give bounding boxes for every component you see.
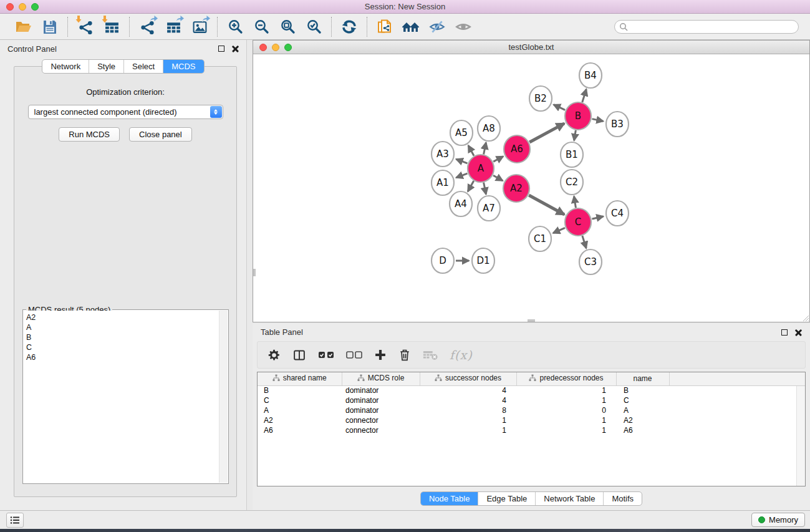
graph-node-C4[interactable]: C4 bbox=[606, 201, 629, 226]
tab-mcds[interactable]: MCDS bbox=[163, 60, 203, 73]
graph-edge-C-C4[interactable] bbox=[592, 216, 603, 219]
graph-edge-A6-B[interactable] bbox=[529, 123, 564, 142]
function-builder-button[interactable]: f(x) bbox=[450, 348, 473, 362]
hide-selected-button[interactable] bbox=[426, 16, 448, 37]
graph-edge-A2-C[interactable] bbox=[529, 195, 564, 215]
column-browser-button[interactable] bbox=[292, 349, 306, 362]
canvas-vscroll-thumb[interactable] bbox=[253, 269, 256, 276]
tab-network-table[interactable]: Network Table bbox=[536, 492, 604, 505]
graph-node-C3[interactable]: C3 bbox=[579, 249, 602, 274]
graph-edge-A-A3[interactable] bbox=[456, 159, 468, 163]
graph-edge-C-C3[interactable] bbox=[582, 236, 586, 248]
save-session-button[interactable] bbox=[39, 16, 61, 37]
search-field[interactable] bbox=[614, 20, 799, 34]
list-item[interactable]: A bbox=[26, 322, 219, 332]
graph-node-B1[interactable]: B1 bbox=[561, 142, 583, 167]
graph-node-C2[interactable]: C2 bbox=[561, 170, 583, 195]
list-item[interactable]: A2 bbox=[26, 312, 219, 322]
graph-edge-B-B1[interactable] bbox=[574, 130, 576, 141]
tab-style[interactable]: Style bbox=[89, 60, 124, 73]
result-scrollbar[interactable] bbox=[219, 311, 228, 483]
import-table-button[interactable] bbox=[100, 16, 123, 37]
refresh-layout-button[interactable] bbox=[338, 16, 360, 37]
canvas-hscroll-thumb[interactable] bbox=[528, 319, 535, 322]
graph-edge-C-C1[interactable] bbox=[553, 228, 565, 233]
tab-node-table[interactable]: Node Table bbox=[421, 492, 479, 505]
task-history-button[interactable] bbox=[6, 513, 24, 528]
graph-node-A2[interactable]: A2 bbox=[503, 175, 529, 202]
graph-edge-A-A1[interactable] bbox=[456, 173, 468, 178]
export-network-button[interactable] bbox=[136, 16, 158, 37]
graph-edge-C-C2[interactable] bbox=[574, 196, 576, 208]
tab-motifs[interactable]: Motifs bbox=[604, 492, 642, 505]
resize-grip-icon[interactable] bbox=[802, 314, 809, 321]
graph-node-D[interactable]: D bbox=[432, 248, 454, 273]
graph-node-A4[interactable]: A4 bbox=[450, 191, 472, 216]
col-header-predecessor-nodes[interactable]: predecessor nodes bbox=[516, 372, 616, 385]
close-panel-button[interactable]: Close panel bbox=[129, 127, 192, 142]
table-scrollbar[interactable] bbox=[796, 386, 805, 486]
col-header-successor-nodes[interactable]: successor nodes bbox=[420, 372, 516, 385]
zoom-in-button[interactable] bbox=[224, 16, 246, 37]
graph-edge-A-A5[interactable] bbox=[468, 145, 474, 156]
show-all-button[interactable] bbox=[452, 16, 475, 37]
graph-edge-B-B3[interactable] bbox=[592, 119, 604, 122]
deselect-all-button[interactable] bbox=[346, 351, 362, 359]
network-canvas[interactable]: B4B2BB3A8A5A6B1A3AC2A1A2A4A7C4CC1C3DD1 bbox=[253, 54, 809, 322]
graph-edge-A-A7[interactable] bbox=[484, 183, 486, 195]
close-panel-icon[interactable] bbox=[795, 329, 802, 336]
graph-node-A[interactable]: A bbox=[468, 155, 494, 182]
float-panel-icon[interactable] bbox=[781, 329, 788, 336]
close-panel-icon[interactable] bbox=[232, 46, 239, 52]
zoom-fit-button[interactable] bbox=[276, 16, 299, 37]
graph-node-D1[interactable]: D1 bbox=[472, 248, 494, 273]
add-column-button[interactable] bbox=[374, 349, 387, 361]
graph-edge-A-A2[interactable] bbox=[493, 175, 503, 181]
graph-edge-B-B2[interactable] bbox=[554, 105, 565, 110]
list-item[interactable]: C bbox=[26, 342, 219, 352]
table-settings-button[interactable] bbox=[268, 349, 281, 362]
graph-edge-A-A6[interactable] bbox=[493, 157, 503, 162]
criterion-select[interactable]: largest connected component (directed) bbox=[28, 105, 223, 119]
clone-network-button[interactable] bbox=[374, 16, 396, 37]
col-header-mcds-role[interactable]: MCDS role bbox=[342, 372, 420, 385]
open-session-button[interactable] bbox=[12, 16, 35, 37]
tab-select[interactable]: Select bbox=[124, 60, 163, 73]
graph-edge-A-A8[interactable] bbox=[484, 143, 486, 155]
zoom-selected-button[interactable] bbox=[302, 16, 325, 37]
export-table-button[interactable] bbox=[162, 16, 185, 37]
table-row[interactable]: Cdominator 41 C bbox=[258, 395, 805, 405]
graph-node-A5[interactable]: A5 bbox=[450, 120, 473, 145]
table-row[interactable]: A6connector 11 A6 bbox=[258, 425, 805, 435]
delete-column-button[interactable] bbox=[398, 348, 411, 362]
table-row[interactable]: Adominator 80 A bbox=[258, 405, 805, 415]
zoom-out-button[interactable] bbox=[250, 16, 272, 37]
graph-node-A8[interactable]: A8 bbox=[478, 116, 500, 141]
graph-node-B4[interactable]: B4 bbox=[579, 63, 602, 88]
graph-node-C[interactable]: C bbox=[565, 208, 591, 236]
list-item[interactable]: A6 bbox=[26, 352, 219, 362]
graph-edge-B-B4[interactable] bbox=[582, 89, 586, 102]
graph-node-B[interactable]: B bbox=[565, 102, 591, 130]
table-row[interactable]: Bdominator 41 B bbox=[258, 385, 805, 395]
graph-node-A3[interactable]: A3 bbox=[432, 142, 454, 167]
tab-network[interactable]: Network bbox=[42, 60, 89, 73]
memory-button[interactable]: Memory bbox=[751, 513, 805, 527]
graph-node-B3[interactable]: B3 bbox=[606, 112, 629, 137]
table-row[interactable]: A2connector 11 A2 bbox=[258, 415, 805, 425]
export-image-button[interactable] bbox=[188, 16, 211, 37]
graph-node-A7[interactable]: A7 bbox=[478, 196, 500, 221]
col-header-shared-name[interactable]: shared name bbox=[258, 372, 342, 385]
mcds-result-list[interactable]: A2 A B C A6 bbox=[24, 311, 219, 483]
col-header-name[interactable]: name bbox=[616, 372, 669, 385]
tab-edge-table[interactable]: Edge Table bbox=[478, 492, 536, 505]
graph-node-C1[interactable]: C1 bbox=[529, 226, 551, 251]
graph-edge-A-A4[interactable] bbox=[468, 181, 473, 191]
delete-table-button[interactable] bbox=[423, 350, 438, 360]
import-network-button[interactable] bbox=[74, 16, 97, 37]
list-item[interactable]: B bbox=[26, 332, 219, 342]
graph-node-A1[interactable]: A1 bbox=[432, 170, 454, 195]
float-panel-icon[interactable] bbox=[218, 46, 224, 52]
graph-node-A6[interactable]: A6 bbox=[504, 135, 530, 163]
search-input[interactable] bbox=[628, 21, 798, 32]
